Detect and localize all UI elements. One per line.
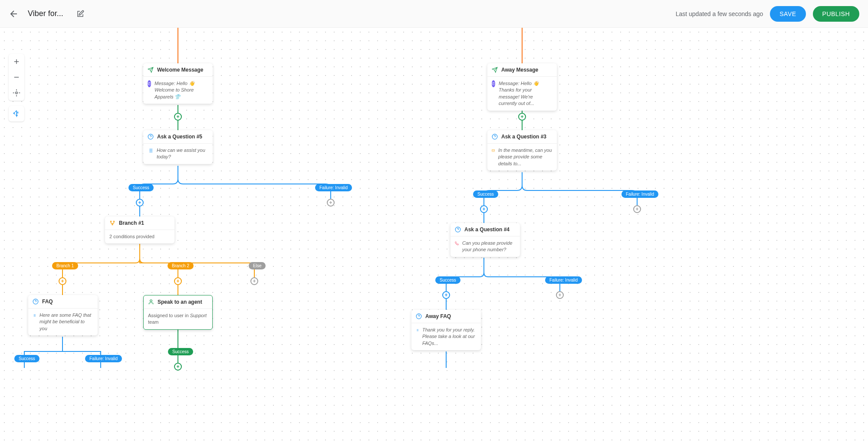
help-icon [416, 313, 422, 319]
canvas-toolbar [9, 54, 24, 121]
node-header: Away FAQ [411, 310, 481, 323]
pill-success: Success [435, 276, 460, 284]
add-node-button[interactable]: + [174, 113, 182, 121]
add-node-button[interactable]: + [327, 199, 335, 207]
node-away-faq[interactable]: Away FAQ Thank you for your reply. Pleas… [411, 310, 481, 350]
node-body: Here are some FAQ that might be benefici… [28, 308, 98, 335]
node-title: Ask a Question #5 [157, 134, 202, 140]
center-button[interactable] [9, 85, 24, 101]
pill-failure-invalid: Failure: Invalid [315, 184, 352, 191]
node-body: 2 conditions provided [105, 230, 174, 243]
phone-icon [455, 240, 459, 247]
header-right: Last updated a few seconds ago SAVE PUBL… [676, 6, 859, 22]
flow-canvas[interactable]: Welcome Message ✆ Message: Hello 👋 Welco… [0, 28, 868, 443]
help-icon [492, 134, 498, 140]
zoom-out-button[interactable] [9, 69, 24, 85]
svg-point-21 [112, 224, 113, 225]
pill-branch-2: Branch 2 [168, 262, 194, 269]
node-message: Can you please provide your phone number… [462, 240, 516, 253]
add-node-button[interactable]: + [480, 205, 488, 213]
pill-success: Success [473, 190, 498, 198]
mail-icon [492, 147, 495, 154]
add-node-button[interactable]: + [633, 205, 641, 213]
node-ask-question-5[interactable]: Ask a Question #5 How can we assist you … [143, 130, 213, 164]
add-node-button[interactable]: + [174, 363, 182, 371]
svg-point-0 [16, 92, 18, 94]
node-message: Here are some FAQ that might be benefici… [39, 312, 93, 332]
node-message: 2 conditions provided [109, 233, 155, 240]
svg-point-19 [110, 221, 111, 222]
node-away-message[interactable]: Away Message ✆ Message: Hello 👋 Thanks f… [487, 63, 557, 111]
publish-button[interactable]: PUBLISH [813, 6, 859, 22]
node-faq[interactable]: FAQ Here are some FAQ that might be bene… [28, 295, 98, 335]
add-node-button[interactable]: + [174, 277, 182, 285]
node-speak-to-agent[interactable]: Speak to an agent Assigned to user in Su… [143, 295, 213, 330]
node-title: Ask a Question #3 [501, 134, 546, 140]
node-message: How can we assist you today? [157, 147, 208, 161]
node-body: In the meantime, can you please provide … [487, 144, 557, 171]
last-updated: Last updated a few seconds ago [676, 10, 763, 17]
node-header: FAQ [28, 295, 98, 308]
add-node-button[interactable]: + [136, 199, 144, 207]
pill-else: Else [249, 262, 266, 269]
node-body: ✆ Message: Hello 👋 Welcome to Shore Appa… [143, 77, 213, 104]
node-header: Branch #1 [105, 217, 174, 230]
node-header: Away Message [487, 63, 557, 77]
add-node-button[interactable]: + [59, 277, 66, 285]
node-body: Can you please provide your phone number… [450, 236, 520, 257]
edit-icon[interactable] [76, 10, 84, 18]
list-icon [33, 312, 36, 319]
svg-point-26 [150, 300, 152, 302]
node-header: Ask a Question #3 [487, 130, 557, 144]
node-title: Welcome Message [157, 67, 204, 73]
node-title: Away Message [501, 67, 538, 73]
send-icon [492, 67, 498, 73]
viber-icon: ✆ [492, 80, 495, 87]
node-header: Welcome Message [143, 63, 213, 77]
node-body: ✆ Message: Hello 👋 Thanks for your messa… [487, 77, 557, 111]
node-header: Ask a Question #4 [450, 223, 520, 236]
node-ask-question-3[interactable]: Ask a Question #3 In the meantime, can y… [487, 130, 557, 171]
add-node-button[interactable]: + [250, 277, 258, 285]
page-title: Viber for... [28, 9, 63, 18]
back-icon[interactable] [9, 9, 19, 19]
node-message: Assigned to user in Support team [148, 312, 208, 326]
save-button[interactable]: SAVE [770, 6, 806, 22]
node-title: Ask a Question #4 [464, 226, 510, 233]
pill-success: Success [128, 184, 154, 191]
node-branch-1[interactable]: Branch #1 2 conditions provided [105, 217, 174, 243]
node-header: Speak to an agent [144, 295, 212, 309]
node-body: How can we assist you today? [143, 144, 213, 164]
pill-failure-invalid: Failure: Invalid [85, 355, 122, 362]
viber-icon: ✆ [148, 80, 151, 87]
pill-branch-1: Branch 1 [52, 262, 78, 269]
svg-point-20 [113, 221, 114, 222]
zoom-in-button[interactable] [9, 54, 24, 69]
add-node-button[interactable]: + [556, 291, 564, 299]
user-icon [148, 299, 154, 305]
node-title: FAQ [42, 299, 53, 305]
node-header: Ask a Question #5 [143, 130, 213, 144]
app-header: Viber for... Last updated a few seconds … [0, 0, 868, 28]
node-title: Speak to an agent [158, 299, 202, 305]
pan-button[interactable] [9, 106, 24, 121]
pill-failure-invalid: Failure: Invalid [621, 190, 658, 198]
send-icon [148, 67, 154, 73]
node-title: Away FAQ [425, 313, 451, 319]
list-icon [148, 147, 153, 154]
node-body: Assigned to user in Support team [144, 309, 212, 329]
pill-success: Success [14, 355, 39, 362]
add-node-button[interactable]: + [442, 291, 450, 299]
zoom-tool-group [9, 54, 24, 101]
node-message: Message: Hello 👋 Thanks for your message… [499, 80, 552, 107]
node-body: Thank you for your reply. Please take a … [411, 323, 481, 350]
help-icon [455, 226, 461, 233]
node-message: Message: Hello 👋 Welcome to Shore Appare… [155, 80, 208, 100]
list-icon [416, 327, 419, 334]
node-welcome-message[interactable]: Welcome Message ✆ Message: Hello 👋 Welco… [143, 63, 213, 104]
add-node-button[interactable]: + [518, 113, 526, 121]
help-icon [33, 299, 39, 305]
node-message: Thank you for your reply. Please take a … [422, 327, 477, 347]
node-ask-question-4[interactable]: Ask a Question #4 Can you please provide… [450, 223, 520, 257]
branch-icon [109, 220, 115, 226]
